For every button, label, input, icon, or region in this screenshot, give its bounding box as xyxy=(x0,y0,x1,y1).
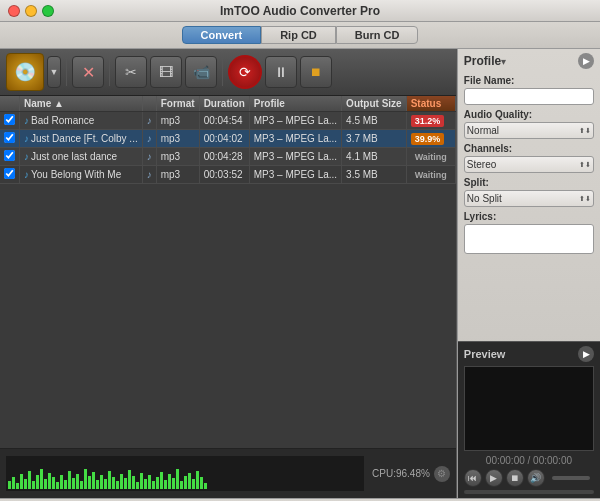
row-status: Waiting xyxy=(406,148,455,166)
cpu-settings-icon[interactable]: ⚙ xyxy=(434,466,450,482)
col-output-size[interactable]: Output Size xyxy=(342,96,407,112)
waveform-bar xyxy=(124,478,127,489)
lyrics-input[interactable] xyxy=(464,224,594,254)
waveform-bar xyxy=(152,481,155,489)
tab-rip-cd[interactable]: Rip CD xyxy=(261,26,336,44)
row-profile: MP3 – MPEG La... xyxy=(249,112,341,130)
audio-quality-label: Audio Quality: xyxy=(464,109,594,120)
table-row[interactable]: ♪Just one last dance ♪ mp3 00:04:28 MP3 … xyxy=(0,148,455,166)
tab-burn-cd[interactable]: Burn CD xyxy=(336,26,419,44)
audio-quality-select[interactable]: Normal High Low xyxy=(464,122,594,139)
preview-section: Preview ▶ 00:00:00 / 00:00:00 ⏮ ▶ ⏹ 🔊 xyxy=(458,341,600,498)
row-note: ♪ xyxy=(142,166,156,184)
video-button[interactable]: 📹 xyxy=(185,56,217,88)
dropdown-button[interactable]: ▼ xyxy=(47,56,61,88)
row-checkbox[interactable] xyxy=(0,148,20,166)
titlebar: ImTOO Audio Converter Pro xyxy=(0,0,600,22)
table-row[interactable]: ♪Just Dance [Ft. Colby ... ♪ mp3 00:04:0… xyxy=(0,130,455,148)
delete-button[interactable]: ✕ xyxy=(72,56,104,88)
toolbar-separator-1 xyxy=(66,58,67,86)
preview-volume-button[interactable]: 🔊 xyxy=(527,469,545,487)
waveform-bar xyxy=(76,474,79,489)
row-checkbox[interactable] xyxy=(0,130,20,148)
col-checkbox xyxy=(0,96,20,112)
file-name-label: File Name: xyxy=(464,75,594,86)
waveform-bar xyxy=(192,479,195,489)
preview-play-button[interactable]: ▶ xyxy=(485,469,503,487)
right-panel-scroll: Profile ▾ ▶ File Name: Audio Quality: No… xyxy=(458,49,600,341)
split-label: Split: xyxy=(464,177,594,188)
table-row[interactable]: ♪Bad Romance ♪ mp3 00:04:54 MP3 – MPEG L… xyxy=(0,112,455,130)
main-layout: 💿 ▼ ✕ ✂ 🎞 📹 ⟳ ⏸ ⏹ Name ▲ Format xyxy=(0,49,600,498)
waveform-bar xyxy=(92,472,95,489)
audio-quality-wrapper: Normal High Low xyxy=(464,122,594,139)
waveform-bar xyxy=(84,469,87,489)
row-duration: 00:04:02 xyxy=(199,130,249,148)
film-button[interactable]: 🎞 xyxy=(150,56,182,88)
profile-header: Profile ▾ ▶ xyxy=(464,53,594,69)
col-format[interactable]: Format xyxy=(156,96,199,112)
waveform-bar xyxy=(156,477,159,489)
preview-screen xyxy=(464,366,594,451)
waveform-bar xyxy=(136,482,139,489)
row-name: ♪Just one last dance xyxy=(20,148,143,166)
row-output-size: 4.5 MB xyxy=(342,112,407,130)
cut-button[interactable]: ✂ xyxy=(115,56,147,88)
row-checkbox[interactable] xyxy=(0,112,20,130)
waveform-bar xyxy=(176,469,179,489)
window-controls xyxy=(8,5,54,17)
waveform-bar xyxy=(180,481,183,489)
preview-controls: ⏮ ▶ ⏹ 🔊 xyxy=(464,469,594,487)
lyrics-label: Lyrics: xyxy=(464,211,594,222)
col-status[interactable]: Status xyxy=(406,96,455,112)
row-name: ♪Bad Romance xyxy=(20,112,143,130)
waveform-bar xyxy=(188,473,191,489)
pause-button[interactable]: ⏸ xyxy=(265,56,297,88)
col-name[interactable]: Name ▲ xyxy=(20,96,143,112)
row-note: ♪ xyxy=(142,130,156,148)
preview-rewind-button[interactable]: ⏮ xyxy=(464,469,482,487)
left-panel: 💿 ▼ ✕ ✂ 🎞 📹 ⟳ ⏸ ⏹ Name ▲ Format xyxy=(0,49,457,498)
close-button[interactable] xyxy=(8,5,20,17)
right-panel: Profile ▾ ▶ File Name: Audio Quality: No… xyxy=(457,49,600,498)
music-icon: ♪ xyxy=(24,133,29,144)
source-button[interactable]: 💿 xyxy=(6,53,44,91)
col-duration[interactable]: Duration xyxy=(199,96,249,112)
waveform-bar xyxy=(200,477,203,489)
volume-slider[interactable] xyxy=(552,476,590,480)
file-name-input[interactable] xyxy=(464,88,594,105)
stop-button[interactable]: ⏹ xyxy=(300,56,332,88)
waveform-bar xyxy=(148,475,151,489)
minimize-button[interactable] xyxy=(25,5,37,17)
table-row[interactable]: ♪You Belong With Me ♪ mp3 00:03:52 MP3 –… xyxy=(0,166,455,184)
preview-expand-icon[interactable]: ▶ xyxy=(578,346,594,362)
row-status: 31.2% xyxy=(406,112,455,130)
waveform-bar xyxy=(140,473,143,489)
row-checkbox[interactable] xyxy=(0,166,20,184)
waveform-bar xyxy=(64,480,67,489)
row-profile: MP3 – MPEG La... xyxy=(249,166,341,184)
row-output-size: 3.7 MB xyxy=(342,130,407,148)
status-badge: 31.2% xyxy=(411,115,445,127)
waveform-bar xyxy=(68,471,71,489)
row-format: mp3 xyxy=(156,148,199,166)
preview-stop-button[interactable]: ⏹ xyxy=(506,469,524,487)
status-badge: 39.9% xyxy=(411,133,445,145)
waveform-bar xyxy=(60,475,63,489)
convert-button[interactable]: ⟳ xyxy=(228,55,262,89)
waveform-bar xyxy=(112,477,115,489)
waveform-bar xyxy=(204,483,207,489)
maximize-button[interactable] xyxy=(42,5,54,17)
row-name: ♪You Belong With Me xyxy=(20,166,143,184)
waveform-bar xyxy=(56,482,59,489)
file-table-container: Name ▲ Format Duration Profile Output Si… xyxy=(0,96,456,448)
waveform-bar xyxy=(72,478,75,489)
waveform-bar xyxy=(16,483,19,489)
split-select[interactable]: No Split By Size By Time xyxy=(464,190,594,207)
col-profile[interactable]: Profile xyxy=(249,96,341,112)
profile-nav-arrow[interactable]: ▶ xyxy=(578,53,594,69)
channels-select[interactable]: Stereo Mono xyxy=(464,156,594,173)
tab-convert[interactable]: Convert xyxy=(182,26,262,44)
waveform-bar xyxy=(144,479,147,489)
channels-wrapper: Stereo Mono xyxy=(464,156,594,173)
